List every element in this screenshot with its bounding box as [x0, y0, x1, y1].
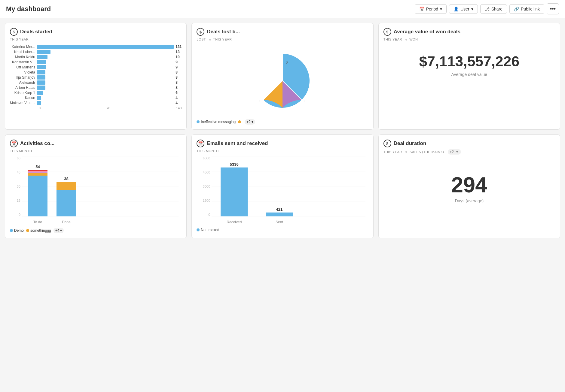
bar-track: [37, 55, 174, 59]
emails-title: Emails sent and received: [207, 140, 268, 146]
deal-duration-more[interactable]: +2 ▾: [448, 149, 461, 155]
bar-value: 9: [176, 60, 182, 64]
activities-subtitle: THIS MONTH: [10, 149, 182, 153]
bar-track: [37, 80, 174, 85]
bar-row: Violeta8: [10, 70, 182, 74]
chevron-down-icon: ▾: [252, 120, 253, 124]
received-label: 5336: [230, 162, 239, 167]
avg-value-title: Average value of won deals: [394, 29, 460, 35]
period-button[interactable]: 📅 Period ▾: [415, 4, 447, 14]
bar-label: Ilja Smarjov: [10, 75, 37, 80]
bar-segment: [56, 182, 76, 190]
legend-item-ineffective: Ineffective messaging: [197, 120, 236, 124]
bar-track: [37, 60, 174, 64]
deal-duration-icon: $: [383, 140, 391, 147]
share-button[interactable]: ⎇ Share: [480, 4, 507, 14]
legend-item-2: [238, 120, 242, 123]
email-bar-received: 5336: [221, 162, 248, 216]
legend-label: Ineffective messaging: [201, 120, 236, 124]
bar-value: 13: [176, 50, 182, 54]
header-actions: 📅 Period ▾ 👤 User ▾ ⎇ Share 🔗 Public lin…: [415, 3, 559, 14]
bar-track: [37, 45, 174, 49]
deals-started-title: Deals started: [20, 29, 52, 35]
activities-icon: 📅: [10, 140, 18, 147]
deal-duration-card: $ Deal duration THIS YEAR SALES (THE MAI…: [378, 134, 560, 238]
bar-fill: [37, 101, 41, 105]
bar-value: 8: [176, 70, 182, 74]
emails-x-labels: Received Sent: [212, 220, 365, 224]
x-axis-labels: To do Done: [22, 220, 179, 224]
emails-bars: 5336 421: [212, 162, 365, 216]
legend-item-not-tracked: Not tracked: [197, 228, 219, 232]
legend-dot-not-tracked: [197, 228, 200, 231]
chevron-down-icon: ▾: [471, 7, 473, 11]
bar-group-todo: 54: [28, 164, 47, 216]
deal-duration-more-label: +2: [450, 150, 454, 154]
bar-row: Ott Martens9: [10, 65, 182, 69]
emails-header: 📅 Emails sent and received: [197, 140, 368, 147]
pie-chart: 2 1 1: [249, 48, 316, 114]
activities-card: 📅 Activities co... THIS MONTH 0 15 30 45…: [5, 134, 187, 238]
legend-dot: [238, 120, 241, 123]
bar-fill: [37, 80, 45, 85]
avg-value-icon: $: [383, 28, 391, 36]
bar-track: [37, 91, 174, 95]
chevron-down-icon: ▾: [456, 150, 458, 154]
bar-fill: [37, 65, 46, 69]
bar-value: 131: [176, 45, 182, 49]
bar-value: 8: [176, 80, 182, 85]
activities-legend: Demo somethinggg +4 ▾: [10, 228, 182, 233]
deals-started-chart: Katerina Mer...131Kristi Luber...13Marti…: [10, 45, 182, 105]
chevron-down-icon: ▾: [60, 228, 62, 233]
deal-duration-title: Deal duration: [394, 140, 426, 146]
activities-header: 📅 Activities co...: [10, 140, 182, 147]
deals-lost-pie: 2 1 1: [197, 45, 368, 117]
bar-fill: [37, 50, 50, 54]
deal-duration-header: $ Deal duration: [383, 140, 555, 147]
activities-title: Activities co...: [20, 140, 54, 146]
bar-fill: [37, 60, 46, 64]
email-bar-sent: 421: [266, 207, 293, 216]
legend-more-button[interactable]: +2 ▾: [245, 119, 255, 125]
deals-started-subtitle: THIS YEAR: [10, 38, 182, 41]
legend-more-label: +2: [246, 120, 251, 124]
svg-text:1: 1: [259, 100, 261, 104]
bar-value: 10: [176, 55, 182, 59]
bar-row: Kristi Luber...13: [10, 50, 182, 54]
bar-value: 9: [176, 65, 182, 69]
bar-track: [37, 70, 174, 74]
calendar-icon: 📅: [419, 7, 424, 11]
bar-fill: [37, 45, 174, 49]
bar-todo: [28, 170, 47, 216]
bar-done: [56, 182, 76, 216]
avg-value-label: Average deal value: [383, 72, 555, 77]
user-button[interactable]: 👤 User ▾: [449, 4, 478, 14]
legend-dot-somethinggg: [26, 229, 29, 232]
svg-text:1: 1: [304, 100, 306, 104]
public-link-button[interactable]: 🔗 Public link: [509, 4, 544, 14]
activities-legend-more[interactable]: +4 ▾: [53, 228, 64, 233]
bar-fill: [37, 75, 45, 80]
svg-text:2: 2: [286, 61, 288, 65]
bar-row: Artem Halas8: [10, 86, 182, 90]
bar-track: [37, 101, 174, 105]
emails-legend: Not tracked: [197, 228, 368, 232]
bar-row: Katerina Mer...131: [10, 45, 182, 49]
avg-value-number: $7,113,557,226: [383, 53, 555, 70]
legend-label-demo: Demo: [14, 228, 24, 233]
bar-row: Ilja Smarjov8: [10, 75, 182, 80]
bar-label: Violeta: [10, 70, 37, 74]
bar-row: Maksvm Viushkin4: [10, 101, 182, 105]
legend-dot-demo: [10, 229, 13, 232]
sent-bar: [266, 213, 293, 216]
bar-group-done: 38: [56, 176, 76, 216]
more-button[interactable]: •••: [547, 3, 559, 14]
bar-value: 4: [176, 101, 182, 105]
bar-track: [37, 75, 174, 80]
bar-label: Aleksandr: [10, 80, 37, 85]
bar-row: Kristo Karp 16: [10, 91, 182, 95]
deals-lost-legend: Ineffective messaging +2 ▾: [197, 119, 368, 125]
legend-item-demo: Demo: [10, 228, 24, 233]
period-label: Period: [426, 7, 438, 11]
deal-duration-subtitle: THIS YEAR SALES (THE MAIN O +2 ▾: [383, 149, 555, 155]
